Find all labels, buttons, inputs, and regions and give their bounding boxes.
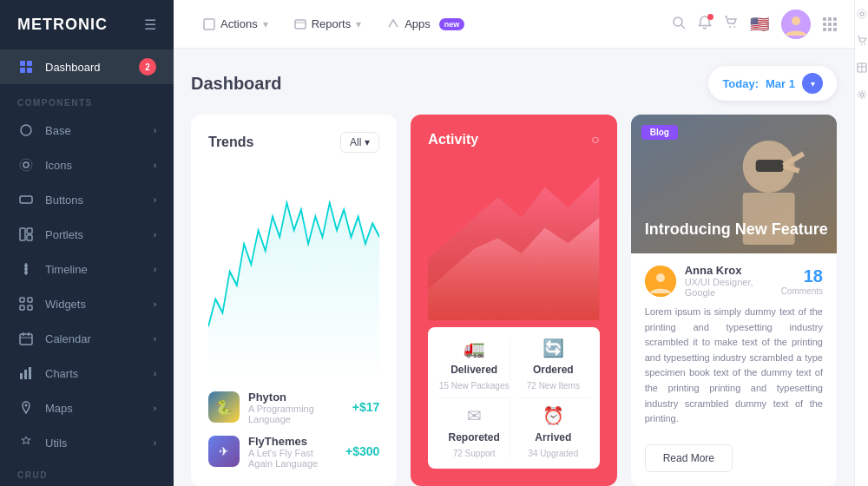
blog-comments-count: 18	[804, 266, 823, 286]
gear-icon[interactable]	[857, 89, 867, 102]
sidebar-item-icons[interactable]: Icons ›	[0, 148, 174, 182]
flag-icon[interactable]: 🇺🇸	[750, 15, 769, 34]
svg-rect-1	[27, 61, 32, 66]
sidebar-logo-area: METRONIC ☰	[0, 0, 174, 49]
svg-rect-28	[295, 20, 306, 29]
widgets-icon	[17, 295, 35, 312]
svg-point-48	[864, 43, 865, 45]
nav-item-actions[interactable]: Actions ▾	[191, 10, 280, 37]
trends-item-value: +$300	[345, 444, 379, 458]
cart-icon[interactable]	[724, 16, 738, 33]
sidebar-item-timeline[interactable]: Timeline ›	[0, 252, 174, 286]
arrow-icon: ›	[154, 161, 156, 170]
blog-author-role: UX/UI Designer, Google	[685, 277, 773, 298]
arrow-icon: ›	[154, 195, 156, 205]
sidebar-item-widgets[interactable]: Widgets ›	[0, 286, 174, 321]
topbar-actions: 🇺🇸	[672, 10, 837, 39]
sidebar: METRONIC ☰ Dashboard 2 COMPONENTS Base ›…	[0, 0, 174, 486]
trends-item-info: Phyton A Programming Language	[248, 391, 344, 424]
sidebar-item-portlets[interactable]: Portlets ›	[0, 217, 174, 252]
calendar-icon	[17, 330, 35, 347]
svg-point-6	[20, 159, 32, 171]
hamburger-icon[interactable]: ☰	[144, 16, 156, 33]
svg-point-44	[656, 273, 665, 282]
blog-comments-label: Comments	[781, 286, 823, 296]
sidebar-item-maps[interactable]: Maps ›	[0, 391, 174, 425]
arrow-icon: ›	[154, 230, 156, 240]
svg-line-31	[681, 25, 685, 29]
table-icon[interactable]	[857, 62, 867, 76]
crud-section-label: CRUD	[0, 460, 174, 485]
arrow-icon: ›	[154, 334, 156, 344]
blog-footer: Read More	[631, 437, 837, 486]
bell-icon[interactable]	[698, 16, 712, 33]
nav-chevron-icon: ▾	[356, 18, 361, 30]
fly-icon: ✈	[208, 436, 240, 467]
svg-point-30	[674, 17, 682, 26]
arrow-icon: ›	[154, 369, 156, 378]
sidebar-item-buttons[interactable]: Buttons ›	[0, 182, 174, 217]
svg-rect-16	[28, 298, 32, 302]
svg-rect-3	[27, 68, 32, 73]
ordered-icon: 🔄	[542, 338, 564, 358]
svg-rect-10	[27, 235, 32, 240]
actions-nav-icon	[203, 18, 215, 30]
trends-filter-dropdown[interactable]: All ▾	[340, 132, 379, 153]
maps-icon	[17, 399, 35, 417]
timeline-icon	[17, 260, 35, 278]
reported-label: Reporeted	[448, 431, 499, 443]
nav-item-apps[interactable]: Apps new	[375, 10, 477, 37]
trends-title: Trends	[208, 135, 253, 150]
page-header: Dashboard Today: Mar 1 ▾	[191, 66, 837, 101]
blog-text: Lorem ipsum is simply dummy text of the …	[645, 305, 823, 427]
search-icon[interactable]	[672, 16, 686, 33]
blog-card: Blog Introducing New Feature Anna Krox U…	[631, 115, 837, 486]
sidebar-item-dashboard[interactable]: Dashboard 2	[0, 49, 174, 84]
date-label: Today:	[722, 77, 759, 90]
arrow-icon: ›	[154, 438, 156, 448]
sidebar-item-charts[interactable]: Charts ›	[0, 356, 174, 391]
activity-menu-icon[interactable]: ○	[591, 132, 600, 148]
sidebar-item-label: Utils	[45, 437, 67, 450]
user-avatar[interactable]	[781, 10, 811, 39]
sidebar-item-label: Dashboard	[45, 61, 101, 74]
svg-point-45	[860, 12, 864, 16]
svg-point-5	[23, 162, 29, 167]
trends-item-sub: A Let's Fly Fast Again Language	[248, 448, 337, 469]
trends-item-value: +$17	[352, 400, 380, 414]
svg-rect-25	[29, 367, 31, 379]
date-selector[interactable]: Today: Mar 1 ▾	[708, 66, 837, 101]
sidebar-item-base[interactable]: Base ›	[0, 113, 174, 148]
svg-rect-0	[20, 61, 25, 66]
topbar-nav: Actions ▾ Reports ▾ Apps new	[191, 10, 672, 37]
portlets-icon	[17, 226, 35, 243]
blog-hero-title: Introducing New Feature	[645, 220, 828, 240]
svg-point-52	[860, 93, 864, 96]
trends-item-name: Phyton	[248, 391, 344, 404]
settings-icon[interactable]	[857, 9, 867, 22]
nav-item-label: Reports	[312, 17, 352, 30]
nav-item-reports[interactable]: Reports ▾	[282, 10, 374, 37]
svg-rect-8	[20, 228, 25, 240]
base-icon	[17, 122, 35, 139]
svg-rect-23	[20, 373, 23, 379]
sidebar-item-utils[interactable]: Utils ›	[0, 425, 174, 460]
nav-chevron-icon: ▾	[263, 18, 268, 30]
read-more-button[interactable]: Read More	[645, 444, 733, 472]
sidebar-item-label: Charts	[45, 367, 78, 380]
cart-side-icon[interactable]	[857, 36, 867, 49]
svg-rect-27	[204, 19, 214, 30]
reported-icon: ✉	[467, 405, 482, 426]
svg-rect-9	[27, 228, 32, 233]
sidebar-item-label: Buttons	[45, 194, 83, 207]
svg-rect-17	[20, 305, 24, 310]
page-title: Dashboard	[191, 74, 281, 94]
arrow-icon: ›	[154, 299, 156, 309]
sidebar-item-calendar[interactable]: Calendar ›	[0, 321, 174, 356]
delivered-icon: 🚛	[464, 338, 485, 358]
cards-grid: Trends All ▾	[191, 115, 837, 486]
grid-menu-icon[interactable]	[823, 17, 837, 31]
utils-icon	[17, 434, 35, 451]
activity-stat-delivered: 🚛 Delivered 15 New Packages	[438, 338, 510, 391]
svg-rect-19	[20, 334, 32, 345]
